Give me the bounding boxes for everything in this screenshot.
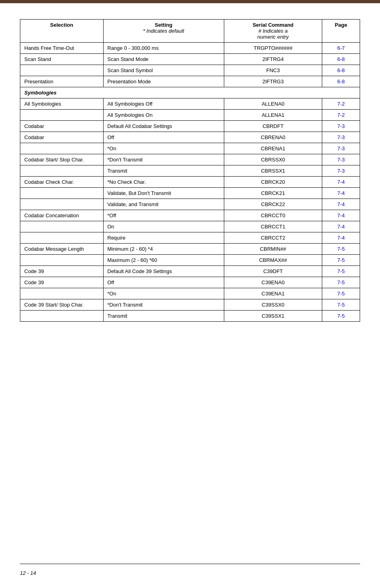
- cell-selection: Code 39: [20, 277, 104, 288]
- cell-serial: CBRCK21: [224, 188, 322, 199]
- table-row: Scan Stand SymbolFNC36-8: [20, 65, 360, 76]
- cell-page: 7-5: [322, 244, 360, 255]
- table-row: Validate, and TransmitCBRCK227-4: [20, 199, 360, 210]
- page-link[interactable]: 7-5: [337, 279, 345, 285]
- page-link[interactable]: 7-4: [337, 179, 345, 185]
- cell-setting: *On: [103, 143, 224, 154]
- page-link[interactable]: 7-5: [337, 257, 345, 263]
- cell-selection: [20, 143, 104, 154]
- cell-setting: Validate, and Transmit: [103, 199, 224, 210]
- cell-selection: [20, 255, 104, 266]
- cell-page: 7-3: [322, 143, 360, 154]
- page-link[interactable]: 7-4: [337, 212, 345, 218]
- cell-selection: [20, 288, 104, 299]
- cell-serial: C39ENA1: [224, 288, 322, 299]
- page-link[interactable]: 7-4: [337, 201, 345, 207]
- table-row: Codabar Start/ Stop Char.*Don't Transmit…: [20, 154, 360, 165]
- cell-selection: [20, 65, 104, 76]
- cell-setting: Default All Code 39 Settings: [103, 266, 224, 277]
- cell-selection: Codabar Message Length: [20, 244, 104, 255]
- table-row: Hands Free Time-OutRange 0 - 300,000 msT…: [20, 43, 360, 54]
- header-serial: Serial Command # Indicates a numeric ent…: [224, 20, 322, 43]
- page-link[interactable]: 7-3: [337, 146, 345, 151]
- cell-page: 6-8: [322, 54, 360, 65]
- page-link[interactable]: 6-8: [337, 56, 345, 62]
- cell-page: 7-3: [322, 121, 360, 132]
- page-link[interactable]: 7-4: [337, 235, 345, 241]
- cell-setting: All Symbologies On: [103, 110, 224, 121]
- footer-line: [20, 564, 360, 564]
- page-link[interactable]: 7-5: [337, 302, 345, 308]
- page-link[interactable]: 6-8: [337, 67, 345, 73]
- main-table: Selection Setting * Indicates default Se…: [20, 19, 360, 322]
- cell-serial: C39SSX0: [224, 299, 322, 311]
- table-row: CodabarOffCBRENA07-3: [20, 132, 360, 143]
- cell-serial: CBRSSX1: [224, 165, 322, 177]
- cell-selection: [20, 199, 104, 210]
- cell-page: 7-3: [322, 165, 360, 177]
- cell-serial: 2IFTRG3: [224, 76, 322, 87]
- page-link[interactable]: 7-3: [337, 168, 345, 174]
- page-link[interactable]: 7-2: [337, 112, 345, 118]
- cell-setting: Default All Codabar Settings: [103, 121, 224, 132]
- cell-page: 7-4: [322, 199, 360, 210]
- table-row: *OnC39ENA17-5: [20, 288, 360, 299]
- table-row: TransmitCBRSSX17-3: [20, 165, 360, 177]
- cell-setting: Transmit: [103, 311, 224, 322]
- page-link[interactable]: 7-3: [337, 157, 345, 163]
- table-row: Symbologies: [20, 87, 360, 98]
- cell-selection: Codabar Check Char.: [20, 177, 104, 188]
- table-row: Code 39OffC39ENA07-5: [20, 277, 360, 288]
- cell-setting: Scan Stand Mode: [103, 54, 224, 65]
- cell-setting: Off: [103, 277, 224, 288]
- cell-serial: C39SSX1: [224, 311, 322, 322]
- header-setting: Setting * Indicates default: [103, 20, 224, 43]
- page-link[interactable]: 6-8: [337, 79, 345, 85]
- cell-setting: On: [103, 221, 224, 232]
- cell-selection: [20, 165, 104, 177]
- cell-setting: Presentation Mode: [103, 76, 224, 87]
- table-row: Code 39Default All Code 39 SettingsC39DF…: [20, 266, 360, 277]
- cell-selection: [20, 311, 104, 322]
- page-link[interactable]: 7-5: [337, 291, 345, 297]
- table-row: Codabar Message LengthMinimum (2 - 60) *…: [20, 244, 360, 255]
- cell-page: 7-2: [322, 98, 360, 110]
- cell-selection: Codabar Concatenation: [20, 210, 104, 221]
- cell-selection: Codabar Start/ Stop Char.: [20, 154, 104, 165]
- page-link[interactable]: 7-5: [337, 268, 345, 274]
- cell-setting: Require: [103, 232, 224, 244]
- cell-selection: [20, 232, 104, 244]
- cell-serial: CBRCCT0: [224, 210, 322, 221]
- footer-page-number: 12 - 14: [20, 570, 36, 576]
- table-row: Scan StandScan Stand Mode2IFTRG46-8: [20, 54, 360, 65]
- page-link[interactable]: 7-4: [337, 190, 345, 196]
- cell-setting: *Don't Transmit: [103, 154, 224, 165]
- cell-page: 6-7: [322, 43, 360, 54]
- cell-serial: CBRCCT1: [224, 221, 322, 232]
- cell-page: 7-4: [322, 188, 360, 199]
- cell-setting: Maximum (2 - 60) *60: [103, 255, 224, 266]
- page-link[interactable]: 7-5: [337, 313, 345, 319]
- page-link[interactable]: 7-3: [337, 123, 345, 129]
- table-row: RequireCBRCCT27-4: [20, 232, 360, 244]
- cell-setting: Off: [103, 132, 224, 143]
- cell-page: 7-5: [322, 255, 360, 266]
- header-page: Page: [322, 20, 360, 43]
- cell-page: 7-3: [322, 132, 360, 143]
- page-link[interactable]: 7-2: [337, 101, 345, 107]
- page-link[interactable]: 7-4: [337, 224, 345, 230]
- cell-setting: Minimum (2 - 60) *4: [103, 244, 224, 255]
- cell-setting: *Off: [103, 210, 224, 221]
- table-row: TransmitC39SSX17-5: [20, 311, 360, 322]
- cell-page: 7-4: [322, 177, 360, 188]
- page-link[interactable]: 6-7: [337, 45, 345, 51]
- page-link[interactable]: 7-3: [337, 134, 345, 140]
- cell-page: 6-8: [322, 65, 360, 76]
- table-row: Code 39 Start/ Stop Char.*Don't Transmit…: [20, 299, 360, 311]
- cell-serial: TRGPTO######: [224, 43, 322, 54]
- page-link[interactable]: 7-5: [337, 246, 345, 252]
- page-content: Selection Setting * Indicates default Se…: [0, 3, 380, 354]
- cell-serial: FNC3: [224, 65, 322, 76]
- table-row: CodabarDefault All Codabar SettingsCBRDF…: [20, 121, 360, 132]
- cell-page: 7-4: [322, 210, 360, 221]
